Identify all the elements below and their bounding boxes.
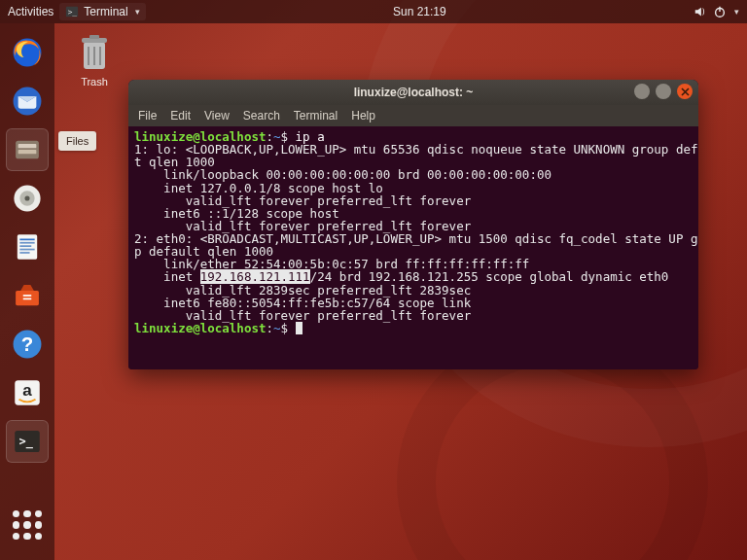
out-l1: 1: lo: <LOOPBACK,UP,LOWER_UP> mtu 65536 …: [134, 142, 698, 157]
cursor: [296, 322, 302, 334]
dock-firefox[interactable]: [6, 31, 49, 74]
chevron-down-icon: ▾: [135, 7, 140, 17]
svg-rect-13: [19, 239, 34, 241]
terminal-window: linuxize@localhost: ~ File Edit View Sea…: [128, 80, 698, 369]
menu-file[interactable]: File: [138, 109, 157, 122]
menu-terminal[interactable]: Terminal: [294, 109, 338, 122]
svg-text:>_: >_: [19, 435, 34, 449]
launcher-dock: ? a >_: [0, 23, 54, 560]
svg-rect-29: [89, 35, 99, 39]
svg-rect-16: [19, 249, 34, 251]
activities-button[interactable]: Activities: [8, 5, 53, 18]
window-minimize-button[interactable]: [634, 84, 650, 99]
svg-rect-20: [23, 298, 32, 300]
top-panel: Activities >_ Terminal ▾ Sun 21:19 ▾: [0, 0, 747, 23]
volume-icon: [694, 5, 707, 18]
svg-rect-7: [18, 144, 37, 148]
window-maximize-button[interactable]: [656, 84, 671, 99]
clock[interactable]: Sun 21:19: [146, 5, 694, 18]
window-title: linuxize@localhost: ~: [354, 86, 474, 99]
menu-help[interactable]: Help: [351, 109, 375, 122]
window-titlebar[interactable]: linuxize@localhost: ~: [128, 80, 698, 105]
dock-terminal[interactable]: >_: [6, 420, 49, 463]
svg-text:>_: >_: [68, 8, 78, 17]
terminal-icon: >_: [65, 5, 79, 18]
menu-edit[interactable]: Edit: [170, 109, 191, 122]
svg-rect-14: [19, 242, 34, 244]
dock-amazon[interactable]: a: [6, 371, 49, 414]
svg-point-11: [24, 195, 29, 200]
trash-label: Trash: [78, 76, 111, 88]
dock-rhythmbox[interactable]: [6, 177, 49, 220]
files-tooltip: Files: [58, 131, 96, 151]
svg-rect-8: [18, 150, 37, 154]
app-name: Terminal: [84, 5, 127, 18]
terminal-output[interactable]: linuxize@localhost:~$ ip a 1: lo: <LOOPB…: [128, 126, 698, 369]
show-applications[interactable]: [6, 504, 49, 546]
menu-search[interactable]: Search: [243, 109, 280, 122]
svg-rect-18: [16, 291, 39, 305]
svg-rect-15: [19, 245, 31, 247]
prompt-user-2: linuxize@localhost: [134, 321, 266, 335]
window-close-button[interactable]: [677, 84, 693, 99]
svg-text:?: ?: [21, 333, 33, 355]
dock-thunderbird[interactable]: [6, 80, 49, 122]
dock-files[interactable]: [6, 128, 49, 171]
menu-view[interactable]: View: [204, 109, 230, 122]
app-indicator[interactable]: >_ Terminal ▾: [59, 3, 145, 20]
prompt-path-2: ~: [273, 321, 281, 335]
svg-rect-17: [19, 252, 29, 254]
svg-text:a: a: [22, 381, 32, 400]
apps-grid-icon: [13, 510, 42, 540]
desktop-trash[interactable]: Trash: [78, 33, 111, 88]
dock-ubuntu-software[interactable]: [6, 274, 49, 317]
terminal-menubar: File Edit View Search Terminal Help: [128, 105, 698, 126]
system-status-area[interactable]: ▾: [694, 5, 739, 18]
dock-help[interactable]: ?: [6, 323, 49, 366]
power-icon: [713, 5, 727, 18]
dock-libreoffice-writer[interactable]: [6, 226, 49, 268]
chevron-down-icon: ▾: [734, 7, 739, 17]
svg-rect-19: [23, 295, 32, 297]
